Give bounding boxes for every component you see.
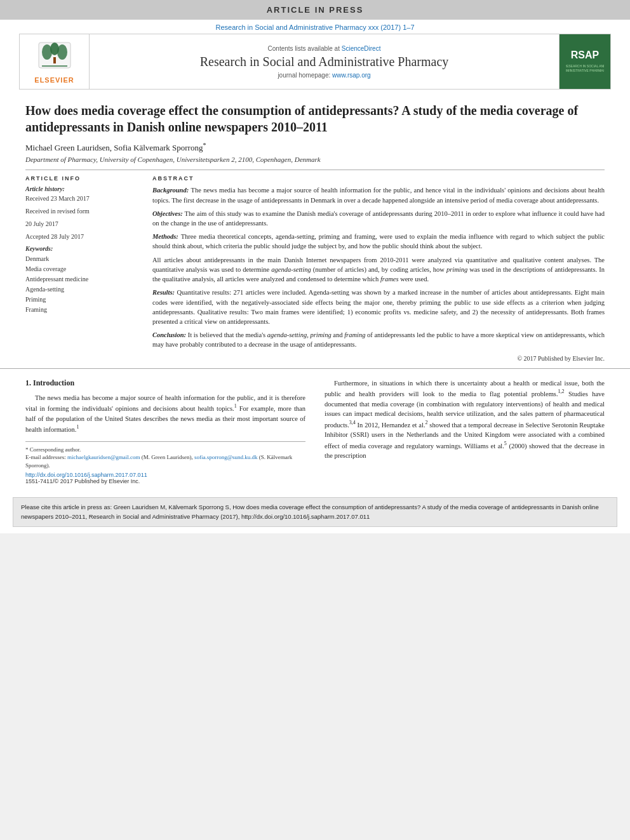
objectives-label: Objectives: <box>152 210 185 217</box>
intro-col-left: 1. Introduction The news media has becom… <box>25 378 305 485</box>
doi-link[interactable]: http://dx.doi.org/10.1016/j.sapharm.2017… <box>25 472 147 478</box>
affiliation: Department of Pharmacy, University of Co… <box>25 156 605 163</box>
page-wrapper: ARTICLE IN PRESS Research in Social and … <box>0 0 630 533</box>
background-text: The news media has become a major source… <box>152 187 605 203</box>
citation-bar: Please cite this article in press as: Gr… <box>13 497 617 527</box>
revised-label: Received in revised form <box>25 207 140 216</box>
banner-text: ARTICLE IN PRESS <box>267 5 364 15</box>
abstract-label-heading: ABSTRACT <box>152 175 605 182</box>
results-label: Results: <box>152 289 177 296</box>
two-col-section: ARTICLE INFO Article history: Received 2… <box>25 175 605 361</box>
journal-ref-line: Research in Social and Administrative Ph… <box>0 20 630 34</box>
keyword-3: Antidepressant medicine <box>25 274 140 284</box>
received-text: Received 23 March 2017 <box>25 194 140 203</box>
abstract-objectives: Objectives: The aim of this study was to… <box>152 209 605 228</box>
methods-text: Three media theoretical concepts, agenda… <box>152 233 605 250</box>
conclusion-label: Conclusion: <box>152 331 188 338</box>
background-label: Background: <box>152 187 191 194</box>
divider-1 <box>25 170 605 170</box>
conclusion-text: It is believed that the media's agenda-s… <box>152 331 605 348</box>
results-text: Quantitative results: 271 articles were … <box>152 289 605 325</box>
article-title: How does media coverage effect the consu… <box>25 102 605 135</box>
ref-5: 5 <box>504 441 507 446</box>
ref-2b: 2 <box>426 420 428 425</box>
intro-heading: 1. Introduction <box>25 378 305 388</box>
history-label: Article history: <box>25 185 140 192</box>
keywords-list: Denmark Media coverage Antidepressant me… <box>25 254 140 315</box>
footnote-area: * Corresponding author. E-mail addresses… <box>25 441 305 470</box>
ref-3-4: 3,4 <box>349 420 356 425</box>
svg-text:RESEARCH IN SOCIAL AND: RESEARCH IN SOCIAL AND <box>566 64 604 68</box>
journal-header-center: Contents lists available at ScienceDirec… <box>90 34 560 89</box>
intro-section: 1. Introduction The news media has becom… <box>0 368 630 491</box>
copyright-line: © 2017 Published by Elsevier Inc. <box>152 355 605 362</box>
revised-date: 20 July 2017 <box>25 220 140 229</box>
keyword-4: Agenda-setting <box>25 284 140 295</box>
abstract-col: ABSTRACT Background: The news media has … <box>152 175 605 361</box>
article-info-label: ARTICLE INFO <box>25 175 140 182</box>
rsap-logo-icon: RSAP RESEARCH IN SOCIAL AND ADMINISTRATI… <box>566 44 604 79</box>
abstract-results: Results: Quantitative results: 271 artic… <box>152 288 605 326</box>
homepage-url[interactable]: www.rsap.org <box>332 72 371 79</box>
article-info-col: ARTICLE INFO Article history: Received 2… <box>25 175 140 361</box>
email-footnote: E-mail addresses: michaelgkauridsen@gmai… <box>25 453 305 469</box>
doi-line: http://dx.doi.org/10.1016/j.sapharm.2017… <box>25 472 305 478</box>
ref-1-2: 1,2 <box>558 389 565 394</box>
article-in-press-banner: ARTICLE IN PRESS <box>0 0 630 20</box>
keyword-5: Priming <box>25 295 140 305</box>
authors-text: Michael Green Lauridsen, Sofia Kälvemark… <box>25 143 203 152</box>
elsevier-text: ELSEVIER <box>34 76 74 84</box>
ref-1b: 1 <box>76 424 79 430</box>
elsevier-tree-icon <box>36 39 74 74</box>
email2-link[interactable]: sofia.sporrong@sund.ku.dk <box>194 454 258 460</box>
methods-text2: All articles about antidepressants in th… <box>152 257 605 283</box>
intro-para-2: Furthermore, in situations in which ther… <box>325 378 605 462</box>
svg-point-3 <box>57 44 67 60</box>
journal-ref-text: Research in Social and Administrative Ph… <box>215 23 414 31</box>
contents-line: Contents lists available at ScienceDirec… <box>268 45 381 52</box>
journal-header-right: RSAP RESEARCH IN SOCIAL AND ADMINISTRATI… <box>560 34 610 89</box>
journal-title-header: Research in Social and Administrative Ph… <box>200 55 449 69</box>
objectives-text: The aim of this study was to examine the… <box>152 210 605 227</box>
accepted-text: Accepted 28 July 2017 <box>25 232 140 241</box>
journal-header-left: ELSEVIER <box>20 34 90 89</box>
keyword-2: Media coverage <box>25 264 140 274</box>
abstract-methods-1: Methods: Three media theoretical concept… <box>152 232 605 251</box>
journal-header: ELSEVIER Contents lists available at Sci… <box>19 34 611 90</box>
homepage-prefix: journal homepage: <box>278 72 332 79</box>
elsevier-logo: ELSEVIER <box>34 39 74 84</box>
email1-link[interactable]: michaelgkauridsen@gmail.com <box>67 454 140 460</box>
abstract-background: Background: The news media has become a … <box>152 185 605 204</box>
abstract-methods-2: All articles about antidepressants in th… <box>152 255 605 284</box>
svg-text:ADMINISTRATIVE PHARMACY: ADMINISTRATIVE PHARMACY <box>566 69 604 72</box>
corresponding-footnote: * Corresponding author. <box>25 446 305 454</box>
abstract-conclusion: Conclusion: It is believed that the medi… <box>152 330 605 349</box>
corresponding-star: * <box>203 142 206 149</box>
issn-line: 1551-7411/© 2017 Published by Elsevier I… <box>25 478 305 484</box>
methods-label: Methods: <box>152 233 181 240</box>
authors: Michael Green Lauridsen, Sofia Kälvemark… <box>25 142 605 153</box>
intro-para-1: The news media has become a major source… <box>25 393 305 435</box>
keyword-6: Framing <box>25 305 140 315</box>
keywords-label: Keywords: <box>25 245 140 252</box>
svg-rect-4 <box>53 57 56 63</box>
keyword-1: Denmark <box>25 254 140 264</box>
ref-1: 1 <box>234 403 237 409</box>
sciencedirect-link[interactable]: ScienceDirect <box>342 45 381 52</box>
intro-col-right: Furthermore, in situations in which ther… <box>325 378 605 485</box>
article-content: How does media coverage effect the consu… <box>0 90 630 368</box>
journal-homepage-line: journal homepage: www.rsap.org <box>278 72 370 79</box>
contents-prefix: Contents lists available at <box>268 45 342 52</box>
svg-text:RSAP: RSAP <box>571 50 600 60</box>
intro-two-col: 1. Introduction The news media has becom… <box>25 378 605 485</box>
